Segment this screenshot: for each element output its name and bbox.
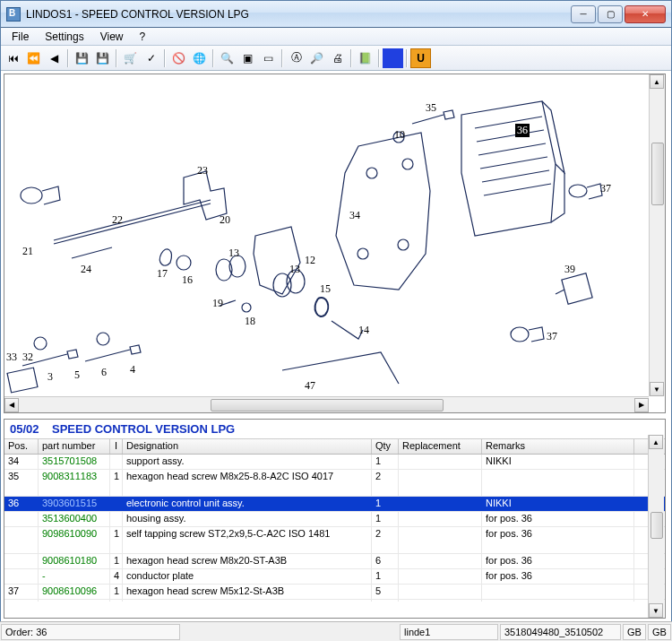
callout-35[interactable]: 35 <box>426 101 436 115</box>
cell-part-number: - <box>39 569 110 584</box>
menu-settings[interactable]: Settings <box>38 29 90 45</box>
first-button[interactable]: ⏮ <box>3 48 23 68</box>
cell-remarks: NIKKI <box>482 455 634 469</box>
callout-18[interactable]: 18 <box>245 315 255 328</box>
callout-4[interactable]: 4 <box>130 363 135 377</box>
scroll-thumb[interactable] <box>651 143 664 205</box>
save-as-button[interactable]: 💾 <box>92 48 113 68</box>
callout-13a[interactable]: 13 <box>228 247 239 260</box>
minimize-button[interactable]: ─ <box>571 5 596 23</box>
fit-page-button[interactable]: ▣ <box>237 48 258 68</box>
callout-34[interactable]: 34 <box>349 209 360 222</box>
diagram-viewport[interactable]: 10 21 22 23 20 24 17 16 13 13 12 19 18 1… <box>4 74 665 394</box>
callout-23[interactable]: 23 <box>197 164 208 178</box>
titlebar: LINDOS1 - SPEED CONTROL VERSION LPG ─ ▢ … <box>1 1 671 28</box>
parts-list-pane: 05/02 SPEED CONTROL VERSION LPG Pos. par… <box>4 419 666 619</box>
svg-line-4 <box>475 117 542 128</box>
callout-24[interactable]: 24 <box>81 263 91 276</box>
callout-12[interactable]: 12 <box>305 254 315 267</box>
scroll-right-arrow[interactable]: ▶ <box>634 398 649 412</box>
table-row[interactable]: 363903601515electronic control unit assy… <box>4 497 665 512</box>
cell-remarks: NIKKI <box>482 497 634 511</box>
close-button[interactable]: ✕ <box>625 5 666 23</box>
svg-point-1 <box>402 159 413 169</box>
scroll-thumb[interactable] <box>211 399 444 411</box>
save-button[interactable]: 💾 <box>72 48 92 68</box>
callout-47[interactable]: 47 <box>305 379 315 393</box>
svg-line-5 <box>477 130 544 142</box>
table-row[interactable]: 90986100901self tapping screw ST2,2x9,5-… <box>4 527 665 554</box>
table-row[interactable]: -4conductor plate1for pos. 36 <box>4 569 665 585</box>
find-text-button[interactable]: 🔎 <box>306 48 327 68</box>
cart-button[interactable]: 🛒 <box>120 48 141 68</box>
table-row[interactable]: 3790086100961hexagon head screw M5x12-St… <box>4 585 665 600</box>
callout-16[interactable]: 16 <box>182 273 193 287</box>
callout-13b[interactable]: 13 <box>289 263 300 276</box>
scroll-left-arrow[interactable]: ◀ <box>4 398 19 412</box>
cell-qty: 2 <box>372 470 399 496</box>
cell-qty: 5 <box>372 585 399 599</box>
scroll-thumb[interactable] <box>650 512 663 539</box>
callout-22[interactable]: 22 <box>112 213 123 227</box>
menu-view[interactable]: View <box>93 29 131 45</box>
cell-qty: 1 <box>372 455 399 469</box>
callout-36[interactable]: 36 <box>515 124 530 137</box>
header-remarks[interactable]: Remarks <box>482 439 634 454</box>
scroll-up-arrow[interactable]: ▲ <box>649 435 663 449</box>
cart-check-button[interactable]: ✓ <box>141 48 161 68</box>
table-row[interactable]: 3590083111831hexagon head screw M8x25-8.… <box>4 470 665 497</box>
find-a-button[interactable]: Ⓐ <box>286 48 306 68</box>
fast-back-button[interactable]: ⏪ <box>23 48 44 68</box>
toolbar-separator <box>116 49 117 67</box>
fit-width-button[interactable]: ▭ <box>258 48 279 68</box>
callout-6[interactable]: 6 <box>101 366 107 379</box>
print-button[interactable]: 🖨 <box>327 48 348 68</box>
cell-designation: support assy. <box>123 455 372 469</box>
callout-37a[interactable]: 37 <box>600 182 611 195</box>
callout-39[interactable]: 39 <box>564 263 575 276</box>
table-row[interactable]: 343515701508support assy.1NIKKI <box>4 455 665 470</box>
callout-15[interactable]: 15 <box>320 282 331 296</box>
table-row[interactable]: 397916299055relay1NIKKI <box>4 600 665 602</box>
list-scrollbar-vertical[interactable]: ▲ ▼ <box>648 435 664 618</box>
book-button[interactable]: 📗 <box>355 48 375 68</box>
callout-20[interactable]: 20 <box>220 213 230 227</box>
toolbar-separator <box>67 49 69 67</box>
scroll-down-arrow[interactable]: ▼ <box>650 382 664 396</box>
header-pos[interactable]: Pos. <box>4 439 39 454</box>
header-i[interactable]: I <box>110 439 123 454</box>
back-button[interactable]: ◀ <box>44 48 65 68</box>
callout-17[interactable]: 17 <box>157 267 168 281</box>
header-replacement[interactable]: Replacement <box>399 439 482 454</box>
callout-19[interactable]: 19 <box>212 297 223 310</box>
globe-button[interactable]: 🌐 <box>189 48 210 68</box>
diagram-scrollbar-vertical[interactable]: ▲ ▼ <box>649 74 665 396</box>
callout-14[interactable]: 14 <box>358 324 369 337</box>
header-designation[interactable]: Designation <box>123 439 372 454</box>
cell-designation: electronic control unit assy. <box>123 497 372 511</box>
svg-point-2 <box>358 248 368 259</box>
table-row[interactable]: 90086101801hexagon head screw M8x20-ST-A… <box>4 554 665 569</box>
menu-file[interactable]: File <box>4 29 36 45</box>
callout-32[interactable]: 32 <box>22 351 33 364</box>
callout-21[interactable]: 21 <box>22 245 33 258</box>
blue-button[interactable] <box>383 48 403 68</box>
callout-10[interactable]: 10 <box>394 128 405 142</box>
maximize-button[interactable]: ▢ <box>598 5 623 23</box>
u-button[interactable]: U <box>410 48 431 68</box>
scroll-up-arrow[interactable]: ▲ <box>650 74 664 89</box>
header-qty[interactable]: Qty <box>372 439 399 454</box>
menu-help[interactable]: ? <box>133 29 153 45</box>
callout-5[interactable]: 5 <box>74 368 80 382</box>
callout-37b[interactable]: 37 <box>547 330 557 343</box>
tag-off-button[interactable]: 🚫 <box>168 48 189 68</box>
header-part-number[interactable]: part number <box>39 439 110 454</box>
cell-pos <box>4 512 39 526</box>
callout-33[interactable]: 33 <box>6 351 17 364</box>
scroll-down-arrow[interactable]: ▼ <box>649 603 663 618</box>
cell-replacement <box>399 585 482 599</box>
table-row[interactable]: 3513600400housing assy.1for pos. 36 <box>4 512 665 527</box>
zoom-in-button[interactable]: 🔍 <box>217 48 237 68</box>
diagram-scrollbar-horizontal[interactable]: ◀ ▶ <box>4 396 649 412</box>
callout-3[interactable]: 3 <box>47 370 53 384</box>
